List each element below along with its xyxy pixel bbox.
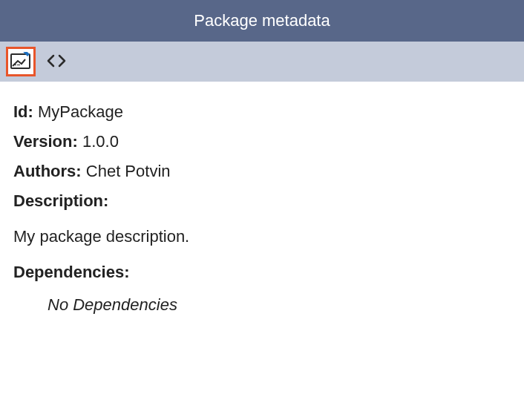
form-view-button[interactable] (6, 47, 36, 76)
version-label: Version: (13, 132, 78, 151)
description-row: Description: (13, 191, 511, 211)
description-label: Description: (13, 191, 108, 210)
form-view-icon (10, 52, 31, 72)
id-value: MyPackage (38, 102, 123, 121)
metadata-content: Id: MyPackage Version: 1.0.0 Authors: Ch… (0, 82, 524, 335)
toolbar (0, 42, 524, 82)
svg-rect-0 (11, 54, 30, 68)
titlebar-text: Package metadata (194, 11, 330, 30)
code-view-icon (47, 53, 66, 70)
dependencies-row: Dependencies: (13, 263, 511, 282)
svg-rect-3 (17, 65, 20, 65)
code-view-button[interactable] (42, 47, 71, 76)
version-row: Version: 1.0.0 (13, 132, 511, 151)
authors-label: Authors: (13, 162, 82, 180)
authors-value: Chet Potvin (86, 162, 171, 180)
version-value: 1.0.0 (82, 132, 119, 151)
id-label: Id: (13, 102, 33, 121)
id-row: Id: MyPackage (13, 102, 511, 122)
titlebar: Package metadata (0, 0, 524, 42)
dependencies-none: No Dependencies (13, 295, 511, 315)
svg-rect-2 (13, 65, 16, 65)
authors-row: Authors: Chet Potvin (13, 162, 511, 181)
dependencies-label: Dependencies: (13, 263, 130, 281)
description-value: My package description. (13, 227, 511, 246)
